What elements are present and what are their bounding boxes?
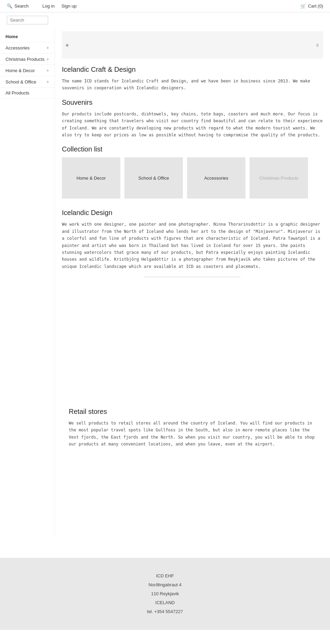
collection-grid: Home & Decor School & Office Accessories… xyxy=(62,157,323,199)
login-link[interactable]: Log in xyxy=(42,3,54,9)
collection-label-accessories: Accessories xyxy=(204,176,228,181)
cart-icon: 🛒 xyxy=(300,3,306,9)
sidebar-item-all-products[interactable]: All Products xyxy=(0,88,55,99)
collection-card-accessories[interactable]: Accessories xyxy=(187,157,245,199)
collection-label-home-decor: Home & Decor xyxy=(76,176,106,181)
design-description: We work with one designer, one painter a… xyxy=(62,221,323,270)
footer-address2: 110 Reykjavik xyxy=(7,589,323,598)
brand-title: Icelandic Craft & Design xyxy=(62,66,323,74)
sidebar: Home Accessories + Christmas Products + … xyxy=(0,28,55,537)
signup-link[interactable]: Sign up xyxy=(62,3,77,9)
footer-country: ICELAND xyxy=(7,598,323,607)
search-input[interactable] xyxy=(7,16,48,24)
header-nav: Log in Sign up xyxy=(42,3,77,9)
search-bar-row xyxy=(0,12,330,28)
sidebar-accessories-label: Accessories xyxy=(6,45,30,50)
retail-section: Retail stores We sell products to retail… xyxy=(62,408,323,448)
sidebar-christmas-label: Christmas Products xyxy=(6,57,44,62)
sidebar-item-christmas[interactable]: Christmas Products + xyxy=(0,54,55,65)
banner-area: ● ⏸ xyxy=(62,31,323,59)
spacer-area xyxy=(62,284,323,387)
homedecor-toggle-icon: + xyxy=(46,68,49,73)
christmas-toggle-icon: + xyxy=(46,56,49,62)
retail-description: We sell products to retail stores all ar… xyxy=(69,420,316,448)
footer-company: ICD EHF xyxy=(7,572,323,580)
search-label: Search xyxy=(14,3,29,9)
collection-card-christmas[interactable]: Christmas Products xyxy=(250,157,308,199)
souvenirs-title: Souvenirs xyxy=(62,99,323,106)
retail-title: Retail stores xyxy=(69,408,316,416)
sidebar-homedecor-label: Home & Decor xyxy=(6,68,35,73)
footer-spacer xyxy=(62,455,323,523)
sidebar-item-home[interactable]: Home xyxy=(0,31,55,42)
brand-description: The name ICD stands for Icelandic Craft … xyxy=(62,78,323,92)
collection-card-home-decor[interactable]: Home & Decor xyxy=(62,157,120,199)
sidebar-allproducts-label: All Products xyxy=(6,90,29,95)
page-layout: Home Accessories + Christmas Products + … xyxy=(0,28,330,537)
collection-label-school-office: School & Office xyxy=(138,176,169,181)
sidebar-home-label: Home xyxy=(6,34,18,39)
cart-label: Cart (0) xyxy=(308,3,323,9)
header: 🔍 Search Log in Sign up 🛒 Cart (0) xyxy=(0,0,330,12)
accessories-toggle-icon: + xyxy=(46,45,49,50)
sidebar-item-accessories[interactable]: Accessories + xyxy=(0,42,55,54)
footer: ICD EHF Norðlingabraut 4 110 Reykjavik I… xyxy=(0,558,330,630)
header-search-area: 🔍 Search xyxy=(7,3,29,9)
sidebar-item-school[interactable]: School & Office + xyxy=(0,76,55,88)
collection-list-title: Collection list xyxy=(62,145,323,153)
sidebar-item-home-decor[interactable]: Home & Decor + xyxy=(0,65,55,76)
content-divider xyxy=(144,277,241,277)
sidebar-school-label: School & Office xyxy=(6,79,36,84)
search-icon: 🔍 xyxy=(7,3,12,9)
main-content: ● ⏸ Icelandic Craft & Design The name IC… xyxy=(55,28,330,537)
collection-label-christmas: Christmas Products xyxy=(259,176,298,181)
design-title: Icelandic Design xyxy=(62,209,323,217)
school-toggle-icon: + xyxy=(46,79,49,84)
souvenirs-description: Our products include postcards, dishtowe… xyxy=(62,111,323,139)
collection-card-school-office[interactable]: School & Office xyxy=(124,157,183,199)
footer-phone: tel. +354 5547227 xyxy=(7,607,323,616)
banner-pause-button[interactable]: ⏸ xyxy=(312,39,323,51)
header-cart[interactable]: 🛒 Cart (0) xyxy=(300,3,323,9)
footer-address1: Norðlingabraut 4 xyxy=(7,580,323,589)
banner-dot: ● xyxy=(62,38,73,52)
